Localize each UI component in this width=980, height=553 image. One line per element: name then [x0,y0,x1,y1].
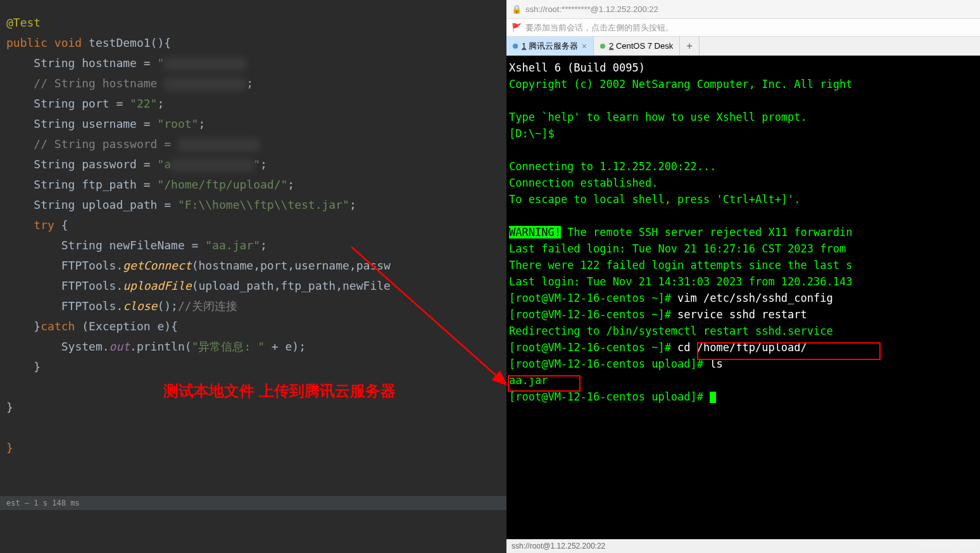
lock-icon: 🔒 [512,4,522,14]
red-annotation-text: 测试本地文件 上传到腾讯云服务器 [163,381,396,401]
flag-icon: 🚩 [512,23,522,32]
terminal-status-bar: ssh://root@1.12.252.200:22 [506,539,980,553]
ide-status-bar: est – 1 s 148 ms [0,496,506,510]
tab-tencent-server[interactable]: 1 腾讯云服务器 × [506,37,594,55]
tab-bar: 1 腾讯云服务器 × 2 CentOS 7 Desk + [506,37,980,56]
terminal-output[interactable]: Xshell 6 (Build 0095) Copyright (c) 2002… [506,56,980,539]
address-bar[interactable]: 🔒 ssh://root:*********@1.12.252.200:22 [506,0,980,19]
xshell-panel: 🔒 ssh://root:*********@1.12.252.200:22 🚩… [506,0,980,553]
cursor-icon [710,392,716,403]
address-text: ssh://root:*********@1.12.252.200:22 [525,4,658,14]
hint-bar: 🚩 要添加当前会话，点击左侧的箭头按钮。 [506,19,980,37]
add-tab-button[interactable]: + [680,37,700,55]
annotation-test: @Test [6,16,41,29]
tab-dot-icon [600,44,605,49]
tab-dot-icon [513,44,518,49]
tab-centos7[interactable]: 2 CentOS 7 Desk [594,37,680,55]
hint-text: 要添加当前会话，点击左侧的箭头按钮。 [525,22,674,34]
watermark: CSDN @Mr.Aholic [914,542,976,550]
file-aa-jar: aa.jar [509,374,548,387]
close-icon[interactable]: × [582,41,587,51]
ide-editor-panel: @Test public void testDemo1(){ String ho… [0,0,506,553]
